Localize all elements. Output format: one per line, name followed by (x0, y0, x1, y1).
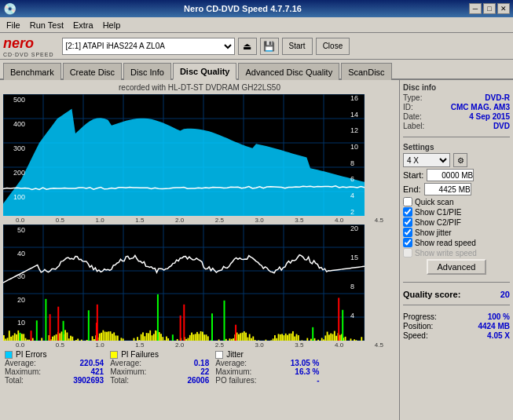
progress-value: 100 % (488, 312, 510, 321)
end-mb-row: End: (403, 183, 510, 195)
window-controls: ─ □ ✕ (469, 3, 510, 14)
show-jitter-row: Show jitter (403, 228, 510, 237)
tab-bar: Benchmark Create Disc Disc Info Disc Qua… (0, 60, 513, 80)
pi-errors-stat: PI Errors Average: 220.54 Maximum: 421 T… (5, 350, 104, 385)
pi-failures-max-value: 22 (162, 367, 209, 376)
position-value: 4424 MB (478, 322, 510, 331)
quality-score-value: 20 (500, 290, 510, 299)
close-button[interactable]: ✕ (497, 3, 510, 14)
eject-icon-button[interactable]: ⏏ (238, 38, 257, 55)
show-c1-pie-checkbox[interactable] (403, 207, 412, 217)
jitter-avg-value: 13.05 % (273, 359, 320, 367)
show-c2-pif-label: Show C2/PIF (415, 218, 461, 227)
advanced-button[interactable]: Advanced (427, 259, 487, 275)
show-c2-pif-row: Show C2/PIF (403, 217, 510, 227)
disc-date-value: 4 Sep 2015 (469, 112, 510, 121)
progress-label: Progress: (403, 312, 437, 321)
speed-selector[interactable]: 4 X (403, 153, 450, 167)
bottom-chart-canvas (3, 225, 365, 341)
logo-text: nero (3, 35, 34, 51)
maximize-button[interactable]: □ (483, 3, 496, 14)
disc-info-section: Disc info Type: DVD-R ID: CMC MAG. AM3 D… (403, 83, 510, 131)
jitter-color (215, 351, 223, 359)
divider-2 (403, 282, 510, 283)
pi-errors-max-value: 421 (57, 367, 104, 376)
disc-id-label: ID: (403, 103, 413, 111)
start-button[interactable]: Start (282, 38, 313, 55)
logo-sub: CD·DVD SPEED (3, 52, 54, 57)
show-jitter-checkbox[interactable] (403, 228, 412, 237)
pi-errors-avg-label: Average: (5, 359, 36, 367)
disc-info-title: Disc info (403, 83, 510, 92)
tab-disc-quality[interactable]: Disc Quality (173, 63, 237, 80)
minimize-button[interactable]: ─ (469, 3, 482, 14)
show-jitter-label: Show jitter (415, 228, 452, 237)
pi-errors-max-label: Maximum: (5, 367, 41, 376)
progress-section: Progress: 100 % Position: 4424 MB Speed:… (403, 312, 510, 341)
logo: nero CD·DVD SPEED (3, 35, 54, 57)
save-icon-button[interactable]: 💾 (260, 38, 279, 55)
start-mb-row: Start: (403, 169, 510, 181)
close-toolbar-button[interactable]: Close (316, 38, 350, 55)
tab-advanced-disc-quality[interactable]: Advanced Disc Quality (238, 63, 339, 80)
right-panel: Disc info Type: DVD-R ID: CMC MAG. AM3 D… (399, 80, 513, 420)
divider-3 (403, 305, 510, 305)
stats-row: PI Errors Average: 220.54 Maximum: 421 T… (2, 349, 398, 386)
show-write-speed-checkbox[interactable] (403, 248, 412, 257)
bottom-chart-x-axis: 0.00.51.01.52.0 2.53.03.54.04.5 (2, 341, 398, 349)
show-c1-pie-row: Show C1/PIE (403, 207, 510, 217)
menu-bar: File Run Test Extra Help (0, 17, 513, 33)
pi-failures-label: PI Failures (121, 350, 159, 359)
divider-1 (403, 137, 510, 137)
main-content: recorded with HL-DT-ST DVDRAM GH22LS50 0… (0, 80, 513, 420)
app-icon: 💿 (3, 2, 16, 15)
pi-errors-total-value: 3902693 (57, 376, 104, 385)
end-mb-input[interactable] (424, 183, 471, 195)
menu-file[interactable]: File (2, 19, 25, 31)
top-chart-canvas (3, 94, 365, 216)
tab-create-disc[interactable]: Create Disc (63, 63, 122, 80)
menu-help[interactable]: Help (98, 19, 126, 31)
disc-type-label: Type: (403, 93, 422, 102)
start-mb-label: Start: (403, 170, 423, 180)
chart-area: recorded with HL-DT-ST DVDRAM GH22LS50 0… (0, 80, 399, 420)
jitter-stat: Jitter Average: 13.05 % Maximum: 16.3 % … (215, 350, 319, 385)
jitter-label: Jitter (226, 350, 244, 359)
tab-disc-info[interactable]: Disc Info (123, 63, 171, 80)
position-label: Position: (403, 322, 433, 331)
show-read-speed-label: Show read speed (415, 239, 476, 247)
pi-failures-color (110, 351, 118, 359)
settings-icon-button[interactable]: ⚙ (453, 153, 467, 167)
quality-score-label: Quality score: (403, 290, 460, 299)
po-failures-label: PO failures: (215, 376, 256, 385)
quality-score-row: Quality score: 20 (403, 290, 510, 299)
disc-id-value: CMC MAG. AM3 (451, 103, 510, 111)
disc-label-value: DVD (493, 122, 510, 130)
speed-value: 4.05 X (487, 331, 510, 340)
settings-section: Settings 4 X ⚙ Start: End: Quick scan (403, 143, 510, 276)
pi-failures-avg-label: Average: (110, 359, 141, 367)
show-write-speed-label: Show write speed (415, 249, 477, 257)
menu-run-test[interactable]: Run Test (25, 19, 68, 31)
disc-date-label: Date: (403, 112, 422, 121)
speed-setting-row: 4 X ⚙ (403, 153, 510, 167)
show-c2-pif-checkbox[interactable] (403, 217, 412, 227)
chart-title: recorded with HL-DT-ST DVDRAM GH22LS50 (2, 82, 398, 93)
pi-failures-max-label: Maximum: (110, 367, 146, 376)
title-bar: 💿 Nero CD-DVD Speed 4.7.7.16 ─ □ ✕ (0, 0, 513, 17)
start-mb-input[interactable] (427, 169, 474, 181)
tab-benchmark[interactable]: Benchmark (3, 63, 61, 80)
drive-selector[interactable]: [2:1] ATAPI iHAS224 A ZL0A (62, 38, 235, 55)
show-read-speed-row: Show read speed (403, 238, 510, 247)
pi-failures-avg-value: 0.18 (162, 359, 209, 367)
jitter-max-label: Maximum: (215, 367, 251, 376)
pi-errors-label: PI Errors (16, 350, 46, 359)
menu-extra[interactable]: Extra (68, 19, 98, 31)
pi-errors-total-label: Total: (5, 376, 24, 385)
pi-errors-avg-value: 220.54 (57, 359, 104, 367)
speed-label: Speed: (403, 331, 428, 340)
show-read-speed-checkbox[interactable] (403, 238, 412, 247)
quick-scan-checkbox[interactable] (403, 197, 412, 206)
show-write-speed-row: Show write speed (403, 248, 510, 257)
tab-scandisc[interactable]: ScanDisc (341, 63, 391, 80)
